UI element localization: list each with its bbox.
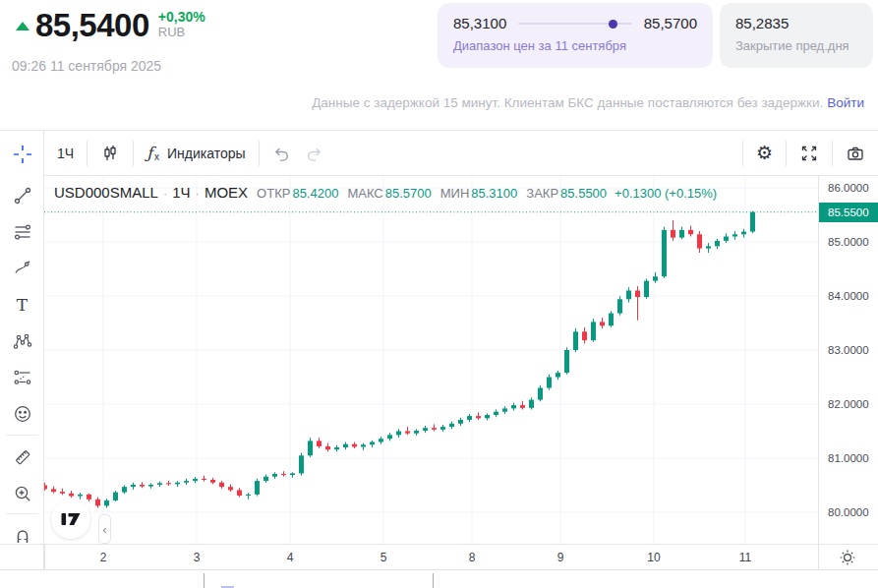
trend-line-tool[interactable]: [11, 184, 33, 206]
chart-top-toolbar: 1Ч ƒxИндикаторы: [44, 131, 878, 176]
last-price-tag: 85.5500: [819, 203, 878, 222]
range-slider-track: [518, 23, 632, 25]
chart-pane[interactable]: USD000SMALL · 1Ч · MOEX ОТКР 85.4200 МАК…: [44, 176, 818, 544]
chart-legend: USD000SMALL · 1Ч · MOEX ОТКР 85.4200 МАК…: [54, 184, 717, 201]
range-current-dot: [609, 20, 617, 29]
price-change-percent: +0,30%: [158, 9, 205, 25]
axis-corner-line: [818, 545, 819, 570]
text-tool-icon: T: [17, 295, 28, 315]
camera-icon: [846, 144, 865, 163]
time-axis-label: 10: [639, 551, 669, 564]
xabcd-pattern-icon: [13, 331, 32, 351]
legend-symbol[interactable]: USD000SMALL: [54, 184, 158, 201]
price-axis-label: 82.0000: [828, 397, 869, 411]
high-label: МАКС: [347, 186, 382, 201]
fx-sub: x: [154, 151, 159, 162]
strip-divider: [433, 573, 434, 588]
price-axis[interactable]: 85.5500 86.000085.000084.000083.000082.0…: [818, 176, 878, 544]
sun-clock-icon: [838, 548, 857, 567]
ruler-icon: [13, 447, 32, 467]
magnet-icon: [13, 526, 32, 546]
fx-icon: ƒ: [146, 144, 152, 162]
chart-widget: 1Ч ƒxИндикаторы: [0, 130, 878, 588]
price-up-arrow-icon: [16, 22, 29, 30]
zoom-in-icon: [13, 484, 32, 503]
indicators-label: Индикаторы: [167, 146, 246, 161]
prev-close-card: 85,2835 Закрытие пред.дня: [720, 3, 873, 68]
time-axis[interactable]: 2345891011: [0, 544, 878, 569]
open-label: ОТКР: [257, 186, 290, 201]
time-axis-label: 8: [457, 551, 487, 564]
delay-disclaimer: Данные с задержкой 15 минут. Клиентам БК…: [312, 95, 864, 110]
fullscreen-button[interactable]: [787, 131, 832, 176]
prev-close-value: 85,2835: [735, 15, 857, 31]
fib-retracement-icon: [13, 222, 32, 242]
quote-datetime: 09:26 11 сентября 2025: [12, 58, 205, 74]
legend-separator: ·: [163, 186, 167, 201]
candles-style-icon: [100, 144, 120, 163]
undo-icon: [271, 144, 291, 163]
chart-settings-button[interactable]: ⚙: [743, 131, 786, 176]
current-price: 85,5400: [35, 6, 149, 45]
toolbar-collapse-handle[interactable]: ‹: [98, 514, 111, 544]
toolbar-group-separator: [6, 513, 38, 514]
login-link[interactable]: Войти: [827, 95, 864, 110]
tradingview-logo[interactable]: [51, 500, 90, 539]
quote-header: 85,5400 +0,30% RUB 09:26 11 сентября 202…: [10, 6, 205, 74]
price-axis-label: 86.0000: [828, 181, 869, 195]
open-value: 85.4200: [292, 186, 338, 201]
snapshot-button[interactable]: [833, 131, 878, 176]
interval-button[interactable]: 1Ч: [44, 131, 87, 176]
strip-divider: [204, 573, 205, 588]
redo-button[interactable]: [298, 131, 336, 176]
price-axis-label: 84.0000: [828, 289, 869, 303]
time-axis-label: 2: [88, 551, 118, 564]
trend-line-icon: [13, 186, 32, 206]
time-settings-button[interactable]: [837, 547, 858, 568]
forecast-tool[interactable]: [11, 366, 33, 388]
legend-exchange: MOEX: [205, 184, 248, 201]
delay-disclaimer-text: Данные с задержкой 15 минут. Клиентам БК…: [312, 95, 823, 110]
measure-ruler-tool[interactable]: [11, 445, 33, 468]
legend-interval: 1Ч: [172, 184, 190, 201]
prev-close-label: Закрытие пред.дня: [735, 38, 857, 53]
close-label: ЗАКР: [526, 186, 558, 201]
xabcd-pattern-tool[interactable]: [11, 329, 33, 352]
day-range-card: 85,3100 85,5700 Диапазон цен за 11 сентя…: [438, 3, 713, 68]
bcs-quote-page: 85,5400 +0,30% RUB 09:26 11 сентября 202…: [0, 0, 878, 588]
price-axis-label: 83.0000: [828, 343, 869, 357]
indicators-button[interactable]: ƒxИндикаторы: [134, 131, 259, 176]
forecast-icon: [13, 368, 32, 387]
fullscreen-icon: [799, 144, 819, 163]
range-card-label: Диапазон цен за 11 сентября: [453, 38, 697, 53]
time-axis-label: 3: [182, 551, 211, 564]
zoom-in-tool[interactable]: [11, 482, 33, 504]
time-axis-label: 5: [369, 551, 398, 564]
range-low-value: 85,3100: [453, 15, 506, 31]
chevron-left-icon: ‹: [102, 522, 106, 537]
time-axis-label: 9: [546, 551, 575, 564]
text-tool[interactable]: T: [11, 293, 33, 316]
crosshair-tool[interactable]: [11, 143, 33, 165]
low-value: 85.3100: [471, 186, 517, 201]
price-axis-label: 80.0000: [828, 505, 869, 519]
brush-icon: [13, 259, 32, 278]
emoji-smiley-icon: [13, 404, 32, 424]
price-axis-label: 81.0000: [828, 451, 869, 465]
brush-tool[interactable]: [11, 257, 33, 279]
redo-icon: [305, 144, 324, 163]
change-value: +0.1300 (+0.15%): [615, 186, 717, 201]
close-value: 85.5500: [560, 186, 607, 201]
time-axis-label: 11: [731, 551, 760, 564]
chart-style-button[interactable]: [88, 131, 133, 176]
crosshair-icon: [12, 144, 33, 165]
undo-button[interactable]: [260, 131, 298, 176]
bottom-strip: [0, 569, 878, 588]
currency-label: RUB: [158, 25, 205, 39]
time-axis-label: 4: [275, 551, 305, 564]
range-high-value: 85,5700: [644, 15, 697, 31]
emoji-tool[interactable]: [11, 402, 33, 425]
fib-retracement-tool[interactable]: [11, 220, 33, 243]
gear-icon: ⚙: [756, 144, 773, 162]
high-value: 85.5700: [385, 186, 432, 201]
